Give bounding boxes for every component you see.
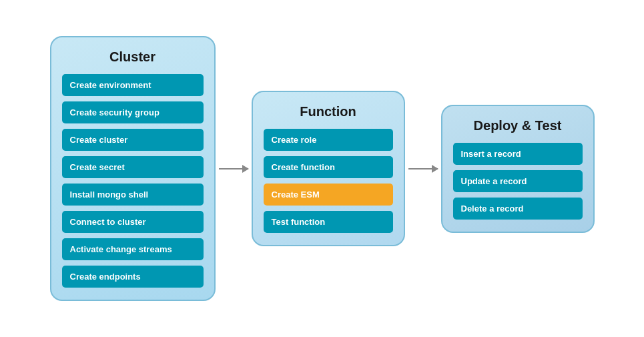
arrow-line-1 (219, 168, 248, 170)
deploy-title: Deploy & Test (474, 118, 562, 133)
btn-create-endpoints[interactable]: Create endpoints (62, 266, 204, 288)
cluster-panel: Cluster Create environment Create securi… (50, 36, 216, 301)
btn-create-role[interactable]: Create role (264, 129, 393, 151)
arrow-line-2 (408, 168, 438, 170)
diagram: Cluster Create environment Create securi… (37, 23, 608, 314)
btn-create-function[interactable]: Create function (264, 156, 393, 178)
btn-delete-record[interactable]: Delete a record (453, 198, 583, 220)
cluster-title: Cluster (109, 49, 155, 65)
btn-create-esm[interactable]: Create ESM (264, 184, 393, 206)
btn-create-secret[interactable]: Create secret (62, 156, 204, 178)
btn-connect-to-cluster[interactable]: Connect to cluster (62, 211, 204, 233)
btn-install-mongo-shell[interactable]: Install mongo shell (62, 184, 204, 206)
btn-activate-change-streams[interactable]: Activate change streams (62, 238, 204, 260)
function-title: Function (300, 104, 356, 119)
btn-create-environment[interactable]: Create environment (62, 74, 204, 96)
arrow-cluster-to-function (216, 168, 252, 170)
btn-create-security-group[interactable]: Create security group (62, 101, 204, 123)
arrow-function-to-deploy (405, 168, 441, 170)
btn-test-function[interactable]: Test function (264, 211, 393, 233)
function-panel: Function Create role Create function Cre… (252, 91, 405, 246)
deploy-panel: Deploy & Test Insert a record Update a r… (441, 105, 595, 233)
btn-create-cluster[interactable]: Create cluster (62, 129, 204, 151)
btn-update-record[interactable]: Update a record (453, 170, 583, 192)
btn-insert-record[interactable]: Insert a record (453, 143, 583, 165)
